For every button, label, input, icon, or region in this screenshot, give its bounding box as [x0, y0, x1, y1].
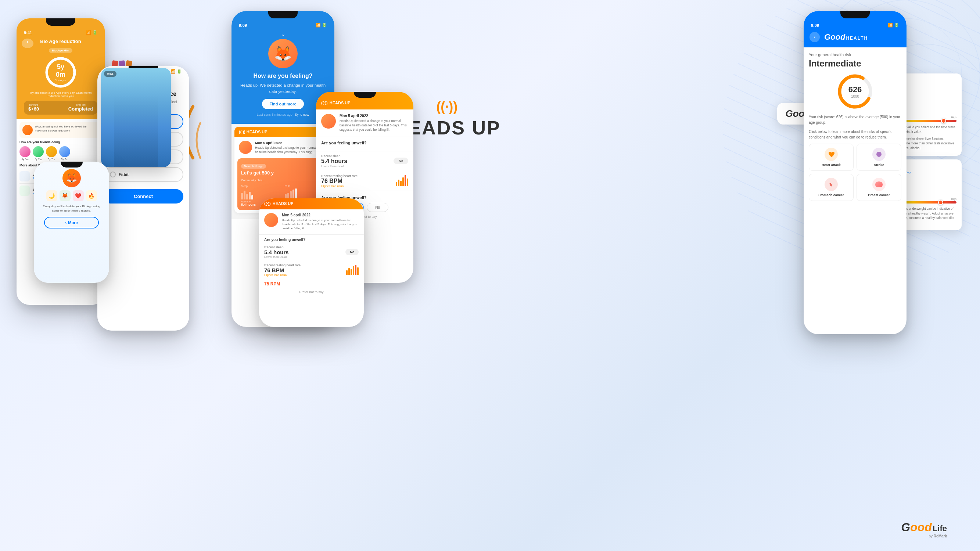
rhr-note-6: Higher than usual: [321, 184, 358, 188]
notif-avatar-1: [239, 141, 252, 154]
breast-icon-container: [872, 178, 886, 191]
mascot-emoji: 🦊: [66, 173, 77, 183]
score-max: 1000: [848, 94, 862, 98]
status-time-4: 9:09: [239, 23, 247, 27]
more-btn[interactable]: ‹ More: [44, 217, 99, 229]
sleep-note-6: Lower than usual: [321, 165, 347, 168]
last-sync: Last sync 5 minutes ago Sync now: [239, 113, 327, 116]
sleep-metric-row: Recent sleep 5.4 hours Lower than usual …: [316, 151, 414, 171]
status-icons-2: 📶 🔋: [170, 69, 182, 74]
friend-age-1: 5y 0m: [19, 158, 30, 160]
wow-text: Wow, amazing job! You have achieved the …: [35, 125, 99, 133]
card2-date: Mon 5 april 2022: [339, 114, 408, 118]
slider-dot: [941, 118, 946, 124]
headsup-title: How are you feeling?: [239, 73, 327, 79]
find-out-btn[interactable]: Find out more: [262, 99, 304, 109]
health-logo-text: HEALTH: [846, 36, 868, 41]
age-value: 5y 0m: [52, 63, 69, 79]
front-rhr-bars: [346, 265, 359, 275]
front-prefer-btn[interactable]: Prefer not to say: [259, 290, 364, 294]
feeling-section: Are you feeling unwell?: [316, 137, 414, 151]
sync-now-btn[interactable]: Sync now: [295, 113, 309, 116]
reward-label: Reward: [28, 103, 39, 106]
friend-2: 5y 7m: [33, 146, 44, 160]
friends-section: How are your friends doing 5y 0m 5y 7m 5…: [19, 140, 102, 160]
age-label: Younger: [52, 79, 69, 82]
status-icons-4: 📶 🔋: [316, 23, 327, 27]
conditions-grid: Heart attack Stroke: [809, 144, 901, 201]
no-btn-sleep[interactable]: No: [393, 157, 408, 164]
condition-heart[interactable]: Heart attack: [809, 144, 854, 171]
stomach-icon-container: [824, 178, 838, 191]
friend-avatar-1: [19, 146, 30, 157]
reward-value: $+60: [28, 106, 39, 112]
time-left-label: Time left: [68, 103, 93, 106]
rhr-visual-bars: [396, 175, 408, 186]
challenge-badge: New challenge: [241, 164, 266, 168]
connect-btn[interactable]: Connect: [103, 189, 183, 203]
wifi-icon-5: ((·)): [321, 101, 328, 105]
card2-notification: Mon 5 april 2022 Heads Up detected a cha…: [316, 110, 414, 137]
gl-good: Good: [901, 521, 932, 534]
friend-avatar-3: [46, 146, 57, 157]
front-feeling-label: Are you feeling unwell?: [259, 235, 364, 243]
high-label: High: [951, 116, 956, 119]
front-rhr-note: Higher than usual: [264, 273, 301, 276]
onboarding-desc: Every day we'll calculate your Bio Age u…: [38, 204, 105, 213]
headsup-desc: Heads up! We detected a change in your h…: [239, 82, 327, 94]
person-silhouette: [114, 94, 158, 167]
front-rhr-label: Recent resting heart rate: [264, 264, 301, 267]
friend-1: 5y 0m: [19, 146, 30, 160]
front-rhr-info: Recent resting heart rate 76 BPM Higher …: [264, 264, 301, 276]
condition-stroke[interactable]: Stroke: [856, 144, 901, 171]
front-rhr-value: 76 BPM: [264, 267, 301, 273]
no-btn-feeling[interactable]: No: [367, 203, 388, 212]
stomach-icon: [827, 181, 835, 188]
phone-notch: [46, 18, 75, 26]
gl-life: Life: [932, 524, 947, 534]
stroke-icon-container: [872, 148, 886, 161]
svg-point-8: [877, 152, 881, 157]
status-bar-4: 9:09 📶 🔋: [232, 20, 334, 29]
friend-4: 5y 7m: [59, 146, 70, 160]
status-icons-8: 📶 🔋: [888, 23, 899, 27]
front-sleep-value: 5.4 hours: [264, 249, 289, 255]
front-sleep-note: Lower than usual: [264, 255, 289, 259]
phone-good-health: 9:09 📶 🔋 ‹ Good HEALTH Your general heal…: [803, 11, 907, 334]
headsup-brand-1: ((·)) HEADS UP: [239, 130, 267, 134]
friend-age-3: 5y 7m: [46, 158, 57, 160]
sleep-label: Sleep: [241, 185, 281, 187]
rhr-label-6: Recent resting heart rate: [321, 174, 358, 178]
heart-icon-container: [824, 148, 838, 161]
brain-icon: [875, 151, 883, 158]
friend-age-2: 5y 7m: [33, 158, 44, 160]
risk-label: Your general health risk: [809, 52, 901, 57]
factor-icon-1: 🌙: [46, 190, 57, 201]
rhr-metric-row: Recent resting heart rate 76 BPM Higher …: [316, 171, 414, 191]
condition-stomach[interactable]: Stomach cancer: [809, 174, 854, 201]
card2-text: Mon 5 april 2022 Heads Up detected a cha…: [339, 114, 408, 132]
front-rhr-display: 75 RPM: [259, 279, 364, 289]
back-button[interactable]: ‹: [22, 38, 33, 48]
status-icons: 📶 🔋: [86, 30, 97, 35]
bio-age-title: Bio Age reduction: [22, 38, 99, 44]
card2-avatar: [321, 114, 336, 129]
heart-attack-label: Heart attack: [813, 163, 850, 167]
front-no-btn[interactable]: No: [345, 249, 359, 255]
score-inner: 626 1000: [848, 85, 862, 98]
community-text: Community choi...: [241, 178, 325, 182]
gh-nav: ‹ Good HEALTH: [803, 29, 907, 48]
option-fitbit[interactable]: Fitbit: [103, 167, 183, 182]
score-container: 626 1000: [809, 73, 901, 110]
chevron-down: ⌄: [232, 30, 334, 38]
back-arrow-icon: ‹: [65, 220, 67, 225]
condition-breast[interactable]: Breast cancer: [856, 174, 901, 201]
good-logo-text: Good: [824, 32, 845, 42]
breast-cancer-icon: [875, 181, 883, 187]
brand-label-5: ((·)) HEADS UP: [321, 101, 408, 105]
factor-icon-2: 🦊: [59, 190, 70, 201]
risk-level: Intermediate: [809, 59, 901, 69]
bmi-slider-dot: [938, 200, 943, 205]
dashboard-icon: [19, 186, 30, 196]
gh-back-btn[interactable]: ‹: [810, 32, 820, 42]
